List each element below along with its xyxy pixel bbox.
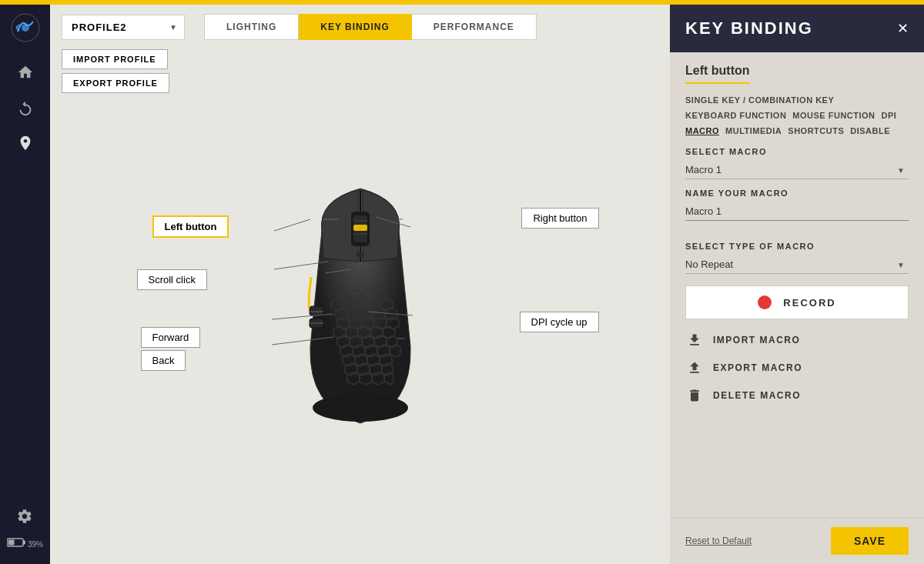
select-type-dropdown[interactable]: No Repeat Repeat While Held Toggle [685, 255, 909, 274]
option-multimedia[interactable]: MULTIMEDIA [725, 126, 782, 135]
content-area: PROFILE1 PROFILE2 PROFILE3 LIGHTING KEY … [50, 5, 670, 564]
export-macro-icon [685, 359, 704, 377]
svg-rect-3 [23, 541, 25, 545]
svg-point-60 [313, 394, 408, 422]
delete-macro-item[interactable]: DELETE MACRO [685, 386, 909, 405]
right-panel-content: Left button SINGLE KEY / COMBINATION KEY… [670, 52, 924, 517]
select-macro-dropdown[interactable]: Macro 1 Macro 2 Macro 3 [685, 161, 909, 179]
options-grid: SINGLE KEY / COMBINATION KEY KEYBOARD FU… [685, 95, 909, 135]
selected-button-name: Left button [685, 64, 750, 84]
delete-macro-label: DELETE MACRO [713, 390, 801, 401]
close-button[interactable]: ✕ [897, 20, 909, 37]
macro-actions: IMPORT MACRO EXPORT MACRO [685, 331, 909, 405]
import-profile-button[interactable]: IMPORT PROFILE [62, 49, 168, 69]
option-disable[interactable]: DISABLE [850, 126, 890, 135]
sidebar-item-device[interactable] [12, 129, 39, 157]
action-buttons: IMPORT PROFILE EXPORT PROFILE [50, 49, 670, 93]
profile-dropdown[interactable]: PROFILE1 PROFILE2 PROFILE3 [62, 15, 185, 40]
option-mouse-function[interactable]: MOUSE FUNCTION [792, 111, 875, 120]
dpi-cycle-label[interactable]: DPI cycle up [520, 312, 599, 332]
svg-point-1 [22, 24, 29, 32]
option-dpi[interactable]: DPI [882, 111, 897, 120]
export-profile-button[interactable]: EXPORT PROFILE [62, 73, 169, 93]
select-type-wrapper: No Repeat Repeat While Held Toggle [685, 255, 909, 274]
svg-rect-12 [310, 306, 323, 315]
select-macro-wrapper: Macro 1 Macro 2 Macro 3 [685, 161, 909, 179]
forward-button-label[interactable]: Forward [141, 327, 201, 348]
svg-rect-8 [353, 225, 367, 231]
export-macro-item[interactable]: EXPORT MACRO [685, 359, 909, 377]
reset-to-default-button[interactable]: Reset to Default [685, 536, 752, 546]
option-macro[interactable]: MACRO [685, 126, 719, 135]
record-dot [758, 295, 772, 309]
select-macro-label: SELECT MACRO [685, 147, 909, 156]
tab-lighting[interactable]: LIGHTING [204, 14, 299, 40]
svg-rect-11 [357, 252, 364, 257]
option-keyboard-function[interactable]: KEYBOARD FUNCTION [685, 111, 786, 120]
mouse-svg-container: Left button Right button Scroll click Fo… [214, 146, 507, 516]
export-macro-label: EXPORT MACRO [713, 362, 802, 373]
delete-macro-icon [685, 386, 704, 405]
import-macro-label: IMPORT MACRO [713, 335, 800, 345]
right-panel-header: KEY BINDING ✕ [670, 5, 924, 52]
svg-rect-4 [8, 540, 15, 546]
battery-status: 39% [7, 538, 43, 549]
scroll-click-label[interactable]: Scroll click [137, 269, 207, 290]
name-macro-input[interactable] [685, 202, 909, 221]
tab-buttons: LIGHTING KEY BINDING PERFORMANCE [204, 14, 537, 40]
right-panel: KEY BINDING ✕ Left button SINGLE KEY / C… [670, 5, 924, 564]
mouse-diagram-area: Left button Right button Scroll click Fo… [50, 97, 670, 564]
import-macro-icon [685, 331, 704, 349]
tab-performance[interactable]: PERFORMANCE [412, 14, 537, 40]
import-macro-item[interactable]: IMPORT MACRO [685, 331, 909, 349]
left-button-label[interactable]: Left button [152, 215, 229, 238]
app-logo [10, 12, 41, 43]
record-button[interactable]: RECORD [685, 285, 909, 319]
main-container: 39% PROFILE1 PROFILE2 PROFILE3 LIGHTING … [0, 5, 924, 564]
sidebar-item-back[interactable] [12, 94, 39, 122]
sidebar-item-home[interactable] [12, 58, 39, 86]
option-shortcuts[interactable]: SHORTCUTS [788, 126, 844, 135]
right-panel-title: KEY BINDING [685, 18, 813, 38]
select-type-label: SELECT TYPE OF MACRO [685, 242, 909, 251]
sidebar-bottom: 39% [7, 502, 43, 556]
right-panel-footer: Reset to Default SAVE [670, 517, 924, 564]
save-button[interactable]: SAVE [831, 527, 909, 555]
toolbar: PROFILE1 PROFILE2 PROFILE3 LIGHTING KEY … [50, 5, 670, 49]
profile-selector[interactable]: PROFILE1 PROFILE2 PROFILE3 [62, 15, 185, 40]
record-label: RECORD [783, 297, 835, 309]
tab-key-binding[interactable]: KEY BINDING [299, 14, 411, 40]
sidebar: 39% [0, 5, 50, 564]
right-button-label[interactable]: Right button [521, 208, 598, 229]
name-macro-label: NAME YOUR MACRO [685, 189, 909, 198]
sidebar-item-settings[interactable] [11, 502, 38, 530]
back-button-label[interactable]: Back [141, 350, 186, 371]
option-single-key[interactable]: SINGLE KEY / COMBINATION KEY [685, 95, 834, 105]
